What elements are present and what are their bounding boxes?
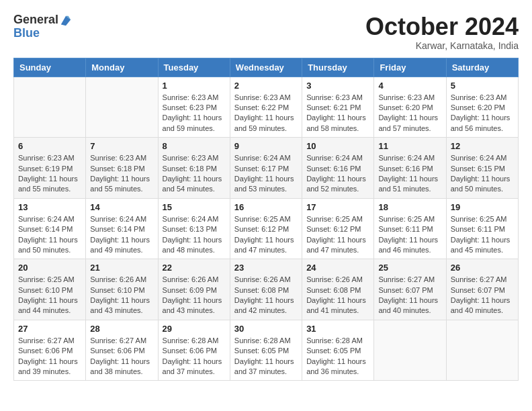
day-info: Sunrise: 6:25 AM Sunset: 6:11 PM Dayligh… [451,214,514,256]
day-number: 18 [378,202,441,212]
day-number: 14 [90,202,153,212]
calendar-cell [86,77,158,138]
calendar-cell: 19Sunrise: 6:25 AM Sunset: 6:11 PM Dayli… [446,198,518,259]
logo-general-text: General [13,13,58,27]
day-info: Sunrise: 6:27 AM Sunset: 6:07 PM Dayligh… [451,275,514,316]
day-number: 19 [451,202,514,212]
day-number: 23 [234,263,298,273]
day-number: 10 [306,141,369,151]
calendar-cell: 26Sunrise: 6:27 AM Sunset: 6:07 PM Dayli… [446,259,518,320]
calendar-cell: 29Sunrise: 6:28 AM Sunset: 6:06 PM Dayli… [158,320,230,381]
day-info: Sunrise: 6:28 AM Sunset: 6:05 PM Dayligh… [306,336,369,377]
column-header-thursday: Thursday [302,58,374,77]
day-info: Sunrise: 6:24 AM Sunset: 6:15 PM Dayligh… [451,153,514,195]
logo-icon [60,15,72,27]
day-number: 15 [163,202,226,212]
calendar-cell: 13Sunrise: 6:24 AM Sunset: 6:14 PM Dayli… [14,198,86,259]
calendar-cell: 31Sunrise: 6:28 AM Sunset: 6:05 PM Dayli… [302,320,374,381]
calendar-cell: 25Sunrise: 6:27 AM Sunset: 6:07 PM Dayli… [374,259,446,320]
calendar-cell: 24Sunrise: 6:26 AM Sunset: 6:08 PM Dayli… [302,259,374,320]
day-number: 3 [306,81,369,91]
day-info: Sunrise: 6:23 AM Sunset: 6:18 PM Dayligh… [163,153,226,195]
day-info: Sunrise: 6:25 AM Sunset: 6:12 PM Dayligh… [306,214,369,256]
calendar-cell: 8Sunrise: 6:23 AM Sunset: 6:18 PM Daylig… [158,138,230,199]
calendar-cell: 21Sunrise: 6:26 AM Sunset: 6:10 PM Dayli… [86,259,158,320]
day-number: 8 [163,141,226,151]
calendar-cell: 9Sunrise: 6:24 AM Sunset: 6:17 PM Daylig… [230,138,302,199]
day-number: 24 [306,263,369,273]
day-number: 31 [306,324,369,334]
day-info: Sunrise: 6:26 AM Sunset: 6:09 PM Dayligh… [163,275,226,316]
day-number: 13 [18,202,81,212]
day-info: Sunrise: 6:23 AM Sunset: 6:19 PM Dayligh… [18,153,81,195]
calendar-cell: 1Sunrise: 6:23 AM Sunset: 6:23 PM Daylig… [158,77,230,138]
calendar-cell: 16Sunrise: 6:25 AM Sunset: 6:12 PM Dayli… [230,198,302,259]
day-info: Sunrise: 6:23 AM Sunset: 6:18 PM Dayligh… [90,153,153,195]
column-header-sunday: Sunday [14,58,86,77]
column-header-wednesday: Wednesday [230,58,302,77]
day-info: Sunrise: 6:25 AM Sunset: 6:12 PM Dayligh… [234,214,298,256]
day-info: Sunrise: 6:23 AM Sunset: 6:22 PM Dayligh… [234,93,298,134]
column-header-monday: Monday [86,58,158,77]
day-info: Sunrise: 6:23 AM Sunset: 6:23 PM Dayligh… [163,93,226,134]
day-number: 2 [234,81,298,91]
calendar-cell: 30Sunrise: 6:28 AM Sunset: 6:05 PM Dayli… [230,320,302,381]
day-number: 1 [163,81,226,91]
day-info: Sunrise: 6:23 AM Sunset: 6:20 PM Dayligh… [378,93,441,134]
logo: General Blue [13,13,72,40]
logo-blue-text: Blue [13,27,72,40]
calendar-cell: 23Sunrise: 6:26 AM Sunset: 6:08 PM Dayli… [230,259,302,320]
day-number: 17 [306,202,369,212]
calendar-cell: 12Sunrise: 6:24 AM Sunset: 6:15 PM Dayli… [446,138,518,199]
calendar-cell: 2Sunrise: 6:23 AM Sunset: 6:22 PM Daylig… [230,77,302,138]
day-number: 16 [234,202,298,212]
calendar-cell: 20Sunrise: 6:25 AM Sunset: 6:10 PM Dayli… [14,259,86,320]
calendar-week-row: 20Sunrise: 6:25 AM Sunset: 6:10 PM Dayli… [14,259,519,320]
calendar-cell [14,77,86,138]
calendar-table: SundayMondayTuesdayWednesdayThursdayFrid… [13,58,519,381]
day-info: Sunrise: 6:23 AM Sunset: 6:20 PM Dayligh… [451,93,514,134]
column-header-saturday: Saturday [446,58,518,77]
day-number: 11 [378,141,441,151]
day-number: 21 [90,263,153,273]
day-number: 30 [234,324,298,334]
calendar-header-row: SundayMondayTuesdayWednesdayThursdayFrid… [14,58,519,77]
day-number: 27 [18,324,81,334]
calendar-cell: 7Sunrise: 6:23 AM Sunset: 6:18 PM Daylig… [86,138,158,199]
title-section: October 2024 Karwar, Karnataka, India [365,13,519,51]
day-info: Sunrise: 6:24 AM Sunset: 6:14 PM Dayligh… [90,214,153,256]
day-number: 26 [451,263,514,273]
day-number: 9 [234,141,298,151]
day-info: Sunrise: 6:27 AM Sunset: 6:07 PM Dayligh… [378,275,441,316]
calendar-week-row: 1Sunrise: 6:23 AM Sunset: 6:23 PM Daylig… [14,77,519,138]
day-number: 22 [163,263,226,273]
calendar-cell: 17Sunrise: 6:25 AM Sunset: 6:12 PM Dayli… [302,198,374,259]
calendar-cell [446,320,518,381]
calendar-week-row: 27Sunrise: 6:27 AM Sunset: 6:06 PM Dayli… [14,320,519,381]
svg-marker-0 [61,16,71,26]
day-info: Sunrise: 6:28 AM Sunset: 6:06 PM Dayligh… [163,336,226,377]
day-number: 6 [18,141,81,151]
calendar-week-row: 13Sunrise: 6:24 AM Sunset: 6:14 PM Dayli… [14,198,519,259]
day-info: Sunrise: 6:27 AM Sunset: 6:06 PM Dayligh… [90,336,153,377]
calendar-cell: 27Sunrise: 6:27 AM Sunset: 6:06 PM Dayli… [14,320,86,381]
day-number: 25 [378,263,441,273]
day-info: Sunrise: 6:24 AM Sunset: 6:13 PM Dayligh… [163,214,226,256]
calendar-cell: 28Sunrise: 6:27 AM Sunset: 6:06 PM Dayli… [86,320,158,381]
day-number: 28 [90,324,153,334]
day-number: 7 [90,141,153,151]
calendar-cell: 10Sunrise: 6:24 AM Sunset: 6:16 PM Dayli… [302,138,374,199]
day-number: 4 [378,81,441,91]
page-header: General Blue October 2024 Karwar, Karnat… [13,13,519,51]
column-header-friday: Friday [374,58,446,77]
calendar-cell: 22Sunrise: 6:26 AM Sunset: 6:09 PM Dayli… [158,259,230,320]
calendar-cell: 15Sunrise: 6:24 AM Sunset: 6:13 PM Dayli… [158,198,230,259]
day-info: Sunrise: 6:28 AM Sunset: 6:05 PM Dayligh… [234,336,298,377]
day-info: Sunrise: 6:23 AM Sunset: 6:21 PM Dayligh… [306,93,369,134]
calendar-cell [374,320,446,381]
location-text: Karwar, Karnataka, India [365,40,519,51]
calendar-cell: 3Sunrise: 6:23 AM Sunset: 6:21 PM Daylig… [302,77,374,138]
day-info: Sunrise: 6:26 AM Sunset: 6:10 PM Dayligh… [90,275,153,316]
day-info: Sunrise: 6:24 AM Sunset: 6:17 PM Dayligh… [234,153,298,195]
calendar-cell: 18Sunrise: 6:25 AM Sunset: 6:11 PM Dayli… [374,198,446,259]
